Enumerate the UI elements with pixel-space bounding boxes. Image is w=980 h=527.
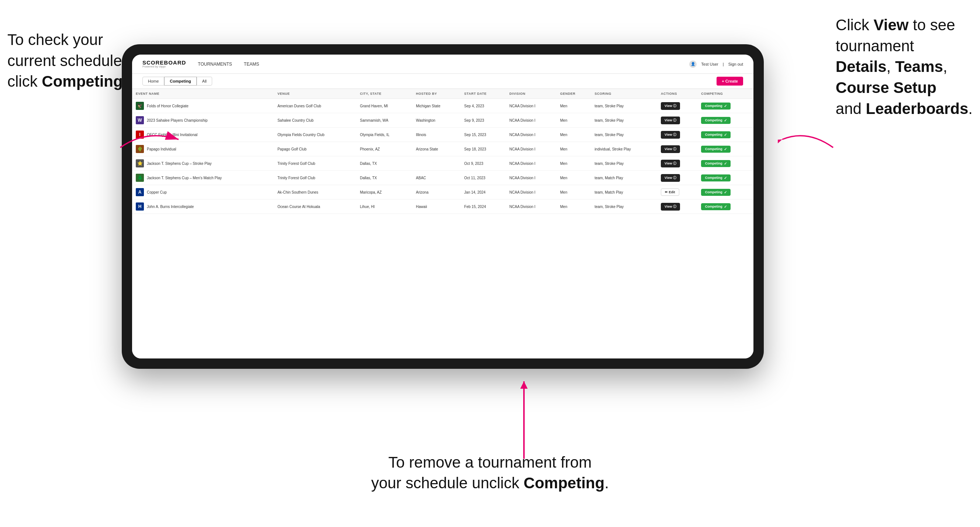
view-button[interactable]: View ⓘ [661,102,680,110]
logo-subtitle: Powered by clippi [142,65,186,68]
table-row: I OFCC Fighting Illini Invitational Olym… [132,128,753,142]
tablet-screen: SCOREBOARD Powered by clippi TOURNAMENTS… [132,55,753,359]
event-name-text: Jackson T. Stephens Cup – Stroke Play [147,162,212,165]
table-row: 🌵 Papago Individual Papago Golf ClubPhoe… [132,142,753,156]
col-scoring: SCORING [591,89,657,99]
tab-all[interactable]: All [197,77,212,86]
app-header: SCOREBOARD Powered by clippi TOURNAMENTS… [132,55,753,74]
filter-tabs: Home Competing All [142,77,212,86]
cell-actions: View ⓘ [657,200,697,214]
col-city-state: CITY, STATE [356,89,412,99]
view-button[interactable]: View ⓘ [661,174,680,182]
table-container: EVENT NAME VENUE CITY, STATE HOSTED BY S… [132,89,753,359]
event-name-text: Jackson T. Stephens Cup – Men's Match Pl… [147,176,222,180]
cell-scoring: team, Stroke Play [591,99,657,113]
annotation-leaderboards-bold: Leaderboards [866,100,969,117]
col-division: DIVISION [506,89,557,99]
cell-competing: Competing ✓ [697,113,753,128]
tab-competing[interactable]: Competing [164,77,196,86]
cell-division: NCAA Division I [506,113,557,128]
cell-city-state: Olympia Fields, IL [356,128,412,142]
table-row: ⭐ Jackson T. Stephens Cup – Stroke Play … [132,156,753,171]
cell-division: NCAA Division I [506,128,557,142]
competing-button[interactable]: Competing ✓ [701,160,730,167]
cell-gender: Men [557,185,591,200]
cell-competing: Competing ✓ [697,156,753,171]
competing-button[interactable]: Competing ✓ [701,175,730,181]
cell-division: NCAA Division I [506,99,557,113]
view-button[interactable]: View ⓘ [661,160,680,167]
cell-hosted-by: Washington [412,113,460,128]
event-name-text: 2023 Sahalee Players Championship [147,118,208,122]
table-row: H John A. Burns Intercollegiate Ocean Co… [132,200,753,214]
competing-button[interactable]: Competing ✓ [701,203,730,210]
tab-home[interactable]: Home [142,77,164,86]
user-name: Test User [701,62,718,67]
competing-button[interactable]: Competing ✓ [701,131,730,138]
col-start-date: START DATE [460,89,506,99]
cell-competing: Competing ✓ [697,200,753,214]
cell-division: NCAA Division I [506,171,557,185]
nav-tournaments[interactable]: TOURNAMENTS [198,60,232,68]
competing-button[interactable]: Competing ✓ [701,146,730,153]
event-name-text: Folds of Honor Collegiate [147,104,189,108]
cell-division: NCAA Division I [506,156,557,171]
cell-start-date: Feb 15, 2024 [460,200,506,214]
cell-scoring: individual, Stroke Play [591,142,657,156]
cell-actions: View ⓘ [657,171,697,185]
view-button[interactable]: View ⓘ [661,145,680,153]
cell-scoring: team, Match Play [591,171,657,185]
cell-venue: Ocean Course At Hokuala [274,200,356,214]
view-button[interactable]: View ⓘ [661,203,680,211]
cell-city-state: Dallas, TX [356,171,412,185]
team-logo: W [136,116,144,124]
view-button[interactable]: View ⓘ [661,131,680,139]
cell-hosted-by: Hawaii [412,200,460,214]
event-name-text: Copper Cup [147,190,167,194]
annotation-coursesetup-bold: Course Setup [836,79,937,96]
col-hosted-by: HOSTED BY [412,89,460,99]
cell-gender: Men [557,99,591,113]
competing-button[interactable]: Competing ✓ [701,103,730,110]
cell-event-name: ⭐ Jackson T. Stephens Cup – Stroke Play [132,156,274,171]
cell-competing: Competing ✓ [697,99,753,113]
annotation-details-bold: Details [836,58,887,75]
cell-division: NCAA Division I [506,142,557,156]
annotation-view-bold: View [873,16,908,33]
logo-title: SCOREBOARD [142,60,186,65]
header-separator: | [723,62,724,67]
table-row: A Copper Cup Ak-Chin Southern DunesMaric… [132,185,753,200]
annotation-top-right: Click View to see tournament Details, Te… [836,15,973,119]
edit-button[interactable]: ✏ Edit [661,189,679,196]
col-actions: ACTIONS [657,89,697,99]
cell-hosted-by [412,156,460,171]
cell-division: NCAA Division I [506,185,557,200]
cell-competing: Competing ✓ [697,142,753,156]
cell-city-state: Maricopa, AZ [356,185,412,200]
table-body: 🦅 Folds of Honor Collegiate American Dun… [132,99,753,214]
sign-out-link[interactable]: Sign out [729,62,743,67]
cell-start-date: Sep 9, 2023 [460,113,506,128]
annotation-left-bold: Competing [42,73,123,90]
create-button[interactable]: + Create [717,77,743,86]
header-right: 👤 Test User | Sign out [689,60,743,68]
cell-start-date: Sep 15, 2023 [460,128,506,142]
team-logo: H [136,202,144,211]
cell-scoring: team, Stroke Play [591,200,657,214]
nav-teams[interactable]: TEAMS [244,60,259,68]
annotation-bottom: To remove a tournament from your schedul… [371,452,609,494]
filter-bar: Home Competing All + Create [132,74,753,89]
col-gender: GENDER [557,89,591,99]
team-logo: 🌲 [136,174,144,182]
annotation-teams-bold: Teams [895,58,943,75]
arrow-left-indicator [116,125,183,151]
annotation-bottom-period: . [605,474,609,492]
team-logo: 🦅 [136,102,144,110]
competing-button[interactable]: Competing ✓ [701,117,730,124]
annotation-left: To check your current schedule, click Co… [7,30,127,92]
cell-start-date: Oct 9, 2023 [460,156,506,171]
col-competing: COMPETING [697,89,753,99]
view-button[interactable]: View ⓘ [661,116,680,124]
competing-button[interactable]: Competing ✓ [701,189,730,196]
cell-gender: Men [557,200,591,214]
